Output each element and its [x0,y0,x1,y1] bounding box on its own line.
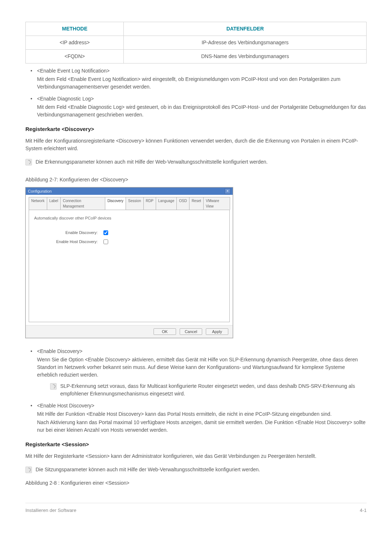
apply-button[interactable]: Apply [206,328,228,335]
ok-button[interactable]: OK [154,328,176,335]
figure-caption-2-8: Abbildung 2-8 : Konfigurieren einer <Ses… [25,479,367,487]
tab-vmware-view[interactable]: VMware View [203,197,230,210]
info-icon [25,159,32,165]
list-item: <Enable Discovery> Wenn Sie die Option <… [30,348,367,398]
bullet-term: <Enable Discovery> [37,348,367,355]
cell-method: <FQDN> [26,50,124,63]
discovery-intro: Mit Hilfe der Konfigurationsregisterkart… [25,137,367,152]
bullet-desc: Mit Hilfe der Funktion <Enable Host Disc… [37,410,367,418]
cell-method: <IP address> [26,36,124,50]
discovery-note: Die Erkennungsparameter können auch mit … [25,158,367,166]
footer-right: 4-1 [360,507,367,514]
tab-language[interactable]: Language [156,197,177,210]
enable-host-discovery-label: Enable Host Discovery: [34,239,102,245]
table-row: <IP address> IP-Adresse des Verbindungsm… [26,36,367,50]
bullet-term: <Enable Diagnostic Log> [37,95,367,103]
session-heading: Registerkarte <Session> [25,440,367,449]
configuration-dialog: Configuration × Network Label Connection… [25,187,233,338]
discovery-bullet-list: <Enable Discovery> Wenn Sie die Option <… [25,348,367,434]
enable-discovery-checkbox[interactable] [103,230,108,235]
figure-caption-2-7: Abbildung 2-7: Konfigurieren der <Discov… [25,176,367,184]
cell-field: DNS-Name des Verbindungsmanagers [124,50,367,63]
cancel-button[interactable]: Cancel [180,328,202,335]
tab-session[interactable]: Session [126,197,144,210]
info-icon [25,467,32,473]
table-row: <FQDN> DNS-Name des Verbindungsmanagers [26,50,367,63]
tab-discovery[interactable]: Discovery [105,197,126,210]
list-item: <Enable Diagnostic Log> Mit dem Feld <En… [30,95,367,119]
enable-host-discovery-field: Enable Host Discovery: [34,238,224,245]
tab-reset[interactable]: Reset [189,197,204,210]
bullet-term: <Enable Event Log Notification> [37,67,367,75]
session-intro: Mit Hilfe der Registerkarte <Session> ka… [25,452,367,460]
sub-note: SLP-Erkennung setzt voraus, dass für Mul… [50,382,367,398]
col-header-method: METHODE [26,22,124,36]
info-icon [50,383,57,390]
page-footer: Installieren der Software 4-1 [25,503,367,514]
note-text: Die Erkennungsparameter können auch mit … [36,158,268,166]
note-text: Die Sitzungsparameter können auch mit Hi… [36,466,260,473]
methods-table: METHODE DATENFELDER <IP address> IP-Adre… [25,22,367,63]
enable-discovery-label: Enable Discovery: [34,230,102,236]
dialog-tabs: Network Label Connection Management Disc… [29,197,230,210]
dialog-desc: Automatically discover other PCoIP devic… [34,215,224,221]
dialog-tab-content: Automatically discover other PCoIP devic… [29,210,230,322]
top-bullet-list: <Enable Event Log Notification> Mit dem … [25,67,367,119]
discovery-heading: Registerkarte <Discovery> [25,125,367,134]
tab-osd[interactable]: OSD [176,197,189,210]
close-icon[interactable]: × [225,188,230,194]
session-note: Die Sitzungsparameter können auch mit Hi… [25,466,367,473]
enable-discovery-field: Enable Discovery: [34,229,224,236]
tab-label[interactable]: Label [47,197,61,210]
dialog-title: Configuration [28,188,52,194]
bullet-desc: Mit dem Feld <Enable Event Log Notificat… [37,75,367,91]
dialog-titlebar: Configuration × [26,188,233,195]
list-item: <Enable Host Discovery> Mit Hilfe der Fu… [30,402,367,434]
bullet-desc: Mit dem Feld <Enable Diagnostic Log> wir… [37,103,367,119]
tab-connection-management[interactable]: Connection Management [60,197,105,210]
col-header-field: DATENFELDER [124,22,367,36]
list-item: <Enable Event Log Notification> Mit dem … [30,67,367,91]
tab-rdp[interactable]: RDP [143,197,156,210]
footer-left: Installieren der Software [25,507,76,514]
tab-network[interactable]: Network [29,197,47,210]
bullet-desc-2: Nach Aktivierung kann das Portal maximal… [37,419,367,434]
bullet-term: <Enable Host Discovery> [37,402,367,410]
note-text: SLP-Erkennung setzt voraus, dass für Mul… [60,382,367,398]
cell-field: IP-Adresse des Verbindungsmanagers [124,36,367,50]
bullet-desc: Wenn Sie die Option <Enable Discovery> a… [37,356,367,379]
enable-host-discovery-checkbox[interactable] [103,239,108,244]
dialog-buttons: OK Cancel Apply [26,325,233,338]
